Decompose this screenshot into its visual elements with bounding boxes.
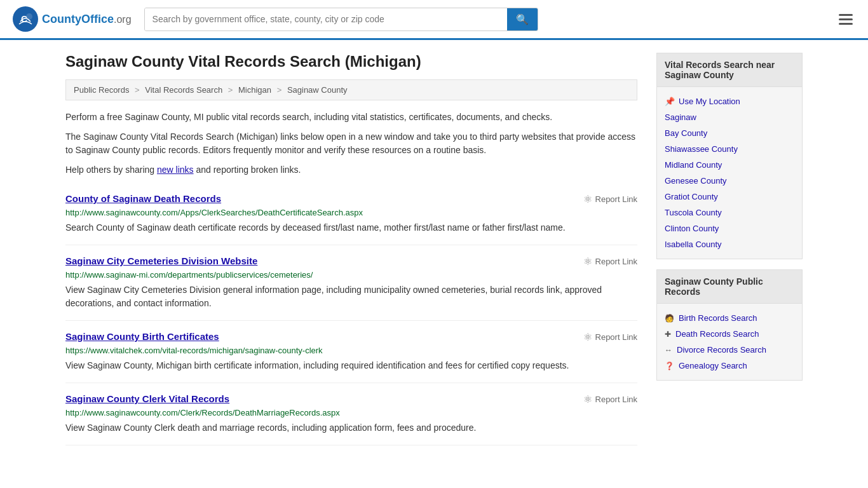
menu-icon-bar3 xyxy=(839,23,853,25)
public-record-icon: ✚ xyxy=(665,330,671,339)
record-title-link[interactable]: Saginaw County Clerk Vital Records xyxy=(65,393,229,404)
description-2: The Saginaw County Vital Records Search … xyxy=(65,130,637,157)
record-desc: View Saginaw County Clerk death and marr… xyxy=(65,421,637,435)
record-url: http://www.saginawcounty.com/Apps/ClerkS… xyxy=(65,208,637,217)
nearby-link-anchor[interactable]: Gratiot County xyxy=(665,192,718,201)
breadcrumb-vital-records[interactable]: Vital Records Search xyxy=(145,85,222,95)
record-header: Saginaw City Cemeteries Division Website… xyxy=(65,255,637,268)
report-link[interactable]: ⚛ Report Link xyxy=(583,393,637,405)
desc3-prefix: Help others by sharing xyxy=(65,165,157,175)
search-icon: 🔍 xyxy=(516,14,529,25)
logo-text: CountyOffice.org xyxy=(42,13,132,26)
public-records-links-container: 🧑 Birth Records Search ✚ Death Records S… xyxy=(665,310,794,374)
search-bar: 🔍 xyxy=(144,8,538,31)
main-container: Saginaw County Vital Records Search (Mic… xyxy=(53,40,815,458)
record-desc: View Saginaw County, Michigan birth cert… xyxy=(65,359,637,372)
report-link[interactable]: ⚛ Report Link xyxy=(583,193,637,205)
sidebar-nearby-link: Saginaw xyxy=(665,109,794,125)
report-link[interactable]: ⚛ Report Link xyxy=(583,331,637,343)
breadcrumb-saginaw[interactable]: Saginaw County xyxy=(287,85,348,95)
record-item: Saginaw County Clerk Vital Records ⚛ Rep… xyxy=(65,383,637,445)
record-url: http://www.saginaw-mi.com/departments/pu… xyxy=(65,270,637,280)
nearby-link-anchor[interactable]: Clinton County xyxy=(665,224,719,233)
public-record-link-anchor[interactable]: Birth Records Search xyxy=(679,313,757,323)
record-url: https://www.vitalchek.com/vital-records/… xyxy=(65,346,637,355)
search-input[interactable] xyxy=(145,8,507,30)
content-area: Saginaw County Vital Records Search (Mic… xyxy=(65,53,637,445)
breadcrumb-sep3: > xyxy=(277,85,282,95)
logo[interactable]: C CountyOffice.org xyxy=(13,6,132,32)
public-record-link-anchor[interactable]: Divorce Records Search xyxy=(677,345,766,355)
record-desc: Search County of Saginaw death certifica… xyxy=(65,221,637,234)
sidebar-public-records-link: ✚ Death Records Search xyxy=(665,326,794,342)
public-record-link-anchor[interactable]: Death Records Search xyxy=(675,329,759,339)
sidebar-nearby-link: Tuscola County xyxy=(665,205,794,220)
location-pin-icon: 📌 xyxy=(665,97,675,106)
sidebar-nearby-title: Vital Records Search near Saginaw County xyxy=(657,53,802,87)
sidebar-nearby-body: 📌 Use My Location SaginawBay CountyShiaw… xyxy=(657,87,802,259)
nearby-links-container: SaginawBay CountyShiawassee CountyMidlan… xyxy=(665,109,794,252)
nearby-link-anchor[interactable]: Midland County xyxy=(665,160,722,170)
report-icon: ⚛ xyxy=(583,193,592,205)
search-button[interactable]: 🔍 xyxy=(507,8,538,30)
records-list: County of Saginaw Death Records ⚛ Report… xyxy=(65,183,637,445)
breadcrumb-michigan[interactable]: Michigan xyxy=(238,85,271,95)
header: C CountyOffice.org 🔍 xyxy=(0,0,868,40)
report-label: Report Link xyxy=(595,395,637,404)
nearby-link-anchor[interactable]: Tuscola County xyxy=(665,208,722,217)
report-label: Report Link xyxy=(595,194,637,204)
sidebar-nearby-link: Bay County xyxy=(665,125,794,141)
nearby-link-anchor[interactable]: Genesee County xyxy=(665,176,727,186)
sidebar-nearby-link: Shiawassee County xyxy=(665,141,794,157)
report-label: Report Link xyxy=(595,332,637,342)
use-location-link[interactable]: Use My Location xyxy=(679,97,740,106)
report-link[interactable]: ⚛ Report Link xyxy=(583,255,637,268)
record-item: County of Saginaw Death Records ⚛ Report… xyxy=(65,183,637,245)
nearby-link-anchor[interactable]: Isabella County xyxy=(665,240,722,249)
report-label: Report Link xyxy=(595,257,637,266)
sidebar-nearby-link: Gratiot County xyxy=(665,189,794,205)
sidebar-nearby-link: Isabella County xyxy=(665,236,794,252)
public-record-icon: ↔ xyxy=(665,346,672,355)
new-links-link[interactable]: new links xyxy=(157,165,194,175)
public-record-icon: 🧑 xyxy=(665,314,674,323)
nearby-link-anchor[interactable]: Bay County xyxy=(665,128,707,138)
record-header: Saginaw County Birth Certificates ⚛ Repo… xyxy=(65,331,637,343)
report-icon: ⚛ xyxy=(583,331,592,343)
logo-brand: CountyOffice xyxy=(42,13,114,25)
breadcrumb-sep2: > xyxy=(228,85,233,95)
sidebar-nearby-link: Midland County xyxy=(665,157,794,173)
record-url: http://www.saginawcounty.com/Clerk/Recor… xyxy=(65,408,637,417)
sidebar: Vital Records Search near Saginaw County… xyxy=(656,53,803,445)
sidebar-nearby-link: Genesee County xyxy=(665,173,794,189)
record-title-link[interactable]: County of Saginaw Death Records xyxy=(65,193,221,204)
logo-suffix: .org xyxy=(114,14,132,25)
menu-icon-bar2 xyxy=(839,18,853,20)
report-icon: ⚛ xyxy=(583,255,592,268)
sidebar-nearby-link: Clinton County xyxy=(665,220,794,236)
record-title: Saginaw County Birth Certificates xyxy=(65,331,219,342)
page-title: Saginaw County Vital Records Search (Mic… xyxy=(65,53,637,71)
record-desc: View Saginaw City Cemeteries Division ge… xyxy=(65,283,637,310)
sidebar-public-records-link: ❓ Genealogy Search xyxy=(665,358,794,374)
desc3-suffix: and reporting broken links. xyxy=(194,165,301,175)
record-item: Saginaw County Birth Certificates ⚛ Repo… xyxy=(65,321,637,383)
sidebar-public-records-title: Saginaw County Public Records xyxy=(657,270,802,304)
logo-icon: C xyxy=(13,6,38,32)
menu-button[interactable] xyxy=(836,11,855,27)
description-1: Perform a free Saginaw County, MI public… xyxy=(65,111,637,124)
sidebar-public-records-link: 🧑 Birth Records Search xyxy=(665,310,794,326)
record-title-link[interactable]: Saginaw County Birth Certificates xyxy=(65,331,219,342)
record-title-link[interactable]: Saginaw City Cemeteries Division Website xyxy=(65,255,257,266)
record-title: County of Saginaw Death Records xyxy=(65,193,221,204)
record-title: Saginaw City Cemeteries Division Website xyxy=(65,255,257,266)
report-icon: ⚛ xyxy=(583,393,592,405)
nearby-link-anchor[interactable]: Saginaw xyxy=(665,112,696,122)
nearby-link-anchor[interactable]: Shiawassee County xyxy=(665,144,738,154)
sidebar-public-records-section: Saginaw County Public Records 🧑 Birth Re… xyxy=(656,269,803,381)
public-record-link-anchor[interactable]: Genealogy Search xyxy=(679,361,747,370)
description-3: Help others by sharing new links and rep… xyxy=(65,163,637,177)
record-header: Saginaw County Clerk Vital Records ⚛ Rep… xyxy=(65,393,637,405)
breadcrumb-public-records[interactable]: Public Records xyxy=(74,85,129,95)
record-item: Saginaw City Cemeteries Division Website… xyxy=(65,245,637,321)
